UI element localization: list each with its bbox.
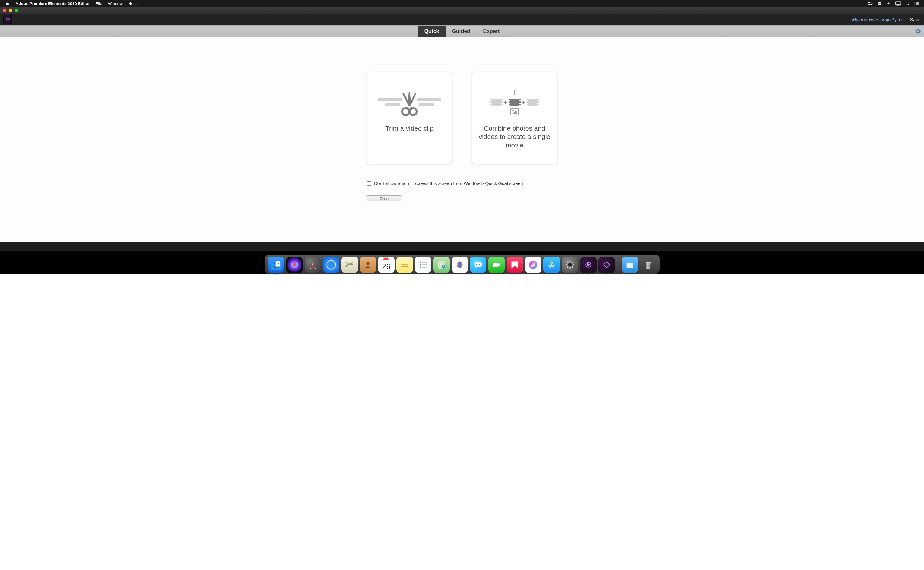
card-trim-label: Trim a video clip	[385, 124, 434, 133]
svg-point-24	[420, 264, 421, 265]
film-strip-icon	[528, 99, 537, 106]
window-minimize-button[interactable]	[9, 9, 12, 12]
dock-contacts-icon[interactable]	[360, 256, 376, 273]
app-logo-icon[interactable]	[4, 15, 12, 24]
dock-calendar-icon[interactable]: OCT 26	[378, 256, 395, 273]
menubar-app-name[interactable]: Adobe Premiere Elements 2020 Editor	[13, 1, 93, 6]
svg-rect-25	[422, 264, 427, 265]
save-button[interactable]: Save	[910, 17, 920, 22]
svg-point-6	[915, 5, 915, 5]
svg-rect-50	[604, 262, 609, 268]
svg-point-51	[645, 262, 651, 264]
plus-icon: +	[522, 100, 525, 105]
dock-trash-icon[interactable]	[640, 256, 656, 273]
svg-point-2	[915, 2, 915, 3]
menubar-file[interactable]: File	[93, 1, 105, 6]
window-zoom-button[interactable]	[15, 9, 18, 12]
dock-news-icon[interactable]	[507, 256, 523, 273]
svg-line-46	[572, 266, 573, 268]
trim-art-icon	[373, 81, 446, 123]
svg-point-1	[906, 2, 909, 5]
apple-menu[interactable]	[3, 1, 13, 6]
card-trim-video[interactable]: Trim a video clip	[367, 72, 452, 164]
dock-photos-icon[interactable]	[452, 256, 468, 273]
dock-premiere-elements-editor-icon[interactable]	[598, 256, 615, 273]
text-glyph-icon: T	[512, 89, 517, 97]
dock-appstore-icon[interactable]	[543, 256, 560, 273]
quick-goal-canvas: Trim a video clip T + + Combine photos a…	[0, 37, 924, 242]
menubar-left: Adobe Premiere Elements 2020 Editor File…	[3, 1, 140, 6]
mode-tabs: Quick Guided Expert	[418, 26, 506, 37]
svg-point-9	[402, 108, 409, 115]
dock-music-icon[interactable]	[525, 256, 541, 273]
svg-line-47	[572, 262, 573, 263]
svg-rect-23	[422, 262, 427, 263]
app-header: My new video project.prel Save	[0, 14, 924, 25]
dock-calendar-month: OCT	[383, 256, 389, 260]
dock-area: OCT 26	[0, 251, 924, 274]
menubar-window[interactable]: Window	[105, 1, 125, 6]
dock-notes-icon[interactable]	[397, 256, 413, 273]
svg-point-40	[568, 263, 571, 266]
svg-rect-38	[493, 262, 498, 267]
svg-point-36	[478, 264, 478, 265]
svg-point-35	[476, 264, 477, 265]
svg-rect-27	[422, 267, 427, 268]
window-titlebar[interactable]	[0, 7, 924, 14]
combine-art-icon: T + +	[478, 81, 551, 123]
window-close-button[interactable]	[3, 9, 6, 12]
svg-rect-0	[895, 2, 901, 5]
spotlight-icon[interactable]	[903, 1, 912, 6]
svg-point-13	[278, 263, 279, 264]
menubar-list-icon[interactable]	[912, 1, 921, 6]
dock-premiere-elements-icon[interactable]	[580, 256, 597, 273]
dock-system-preferences-icon[interactable]	[562, 256, 578, 273]
status-icon[interactable]	[884, 1, 893, 6]
svg-line-45	[567, 262, 568, 263]
menubar-status-area	[865, 1, 921, 6]
dock-calendar-day: 26	[382, 260, 391, 273]
svg-line-48	[567, 266, 568, 268]
svg-point-26	[420, 266, 421, 268]
dock-messages-icon[interactable]	[470, 256, 486, 273]
screen-mirroring-icon[interactable]	[893, 1, 903, 6]
goal-cards: Trim a video clip T + + Combine photos a…	[367, 72, 557, 164]
macos-menubar: Adobe Premiere Elements 2020 Editor File…	[0, 0, 924, 7]
dock-siri-icon[interactable]	[286, 256, 303, 273]
dont-show-again-row[interactable]: Don't show again – access this screen fr…	[367, 181, 557, 186]
dont-show-again-checkbox[interactable]	[367, 181, 371, 186]
svg-point-4	[915, 3, 915, 4]
mode-bar: Quick Guided Expert	[0, 25, 924, 37]
dock-safari-icon[interactable]	[323, 256, 340, 273]
mode-tab-guided[interactable]: Guided	[446, 26, 477, 37]
dock-maps-icon[interactable]	[433, 256, 450, 273]
close-button[interactable]: Close	[367, 196, 401, 201]
dock: OCT 26	[265, 254, 660, 274]
film-strip-icon	[510, 99, 519, 106]
project-name[interactable]: My new video project.prel	[852, 17, 902, 22]
dock-downloads-icon[interactable]	[621, 256, 638, 273]
svg-point-15	[312, 265, 314, 268]
svg-rect-3	[916, 2, 919, 2]
svg-point-10	[410, 108, 417, 115]
dock-launchpad-icon[interactable]	[304, 256, 321, 273]
svg-rect-8	[6, 18, 9, 21]
svg-rect-5	[916, 3, 919, 3]
mode-tab-expert[interactable]: Expert	[477, 26, 506, 37]
menubar-help[interactable]: Help	[125, 1, 140, 6]
dock-finder-icon[interactable]	[268, 256, 284, 273]
card-combine-label: Combine photos and videos to create a si…	[478, 124, 551, 149]
mode-tab-quick[interactable]: Quick	[418, 26, 446, 37]
svg-point-12	[273, 263, 274, 264]
notification-center-icon[interactable]	[875, 1, 884, 6]
image-icon	[510, 108, 519, 115]
dock-separator	[618, 257, 618, 273]
card-combine-media[interactable]: T + + Combine photos and videos to creat…	[472, 72, 557, 164]
settings-gear-icon[interactable]	[915, 28, 921, 34]
dock-facetime-icon[interactable]	[488, 256, 505, 273]
dock-reminders-icon[interactable]	[415, 256, 431, 273]
dont-show-again-label: Don't show again – access this screen fr…	[374, 181, 523, 186]
svg-rect-7	[916, 5, 919, 5]
creative-cloud-icon[interactable]	[865, 1, 875, 6]
dock-mail-icon[interactable]	[341, 256, 358, 273]
